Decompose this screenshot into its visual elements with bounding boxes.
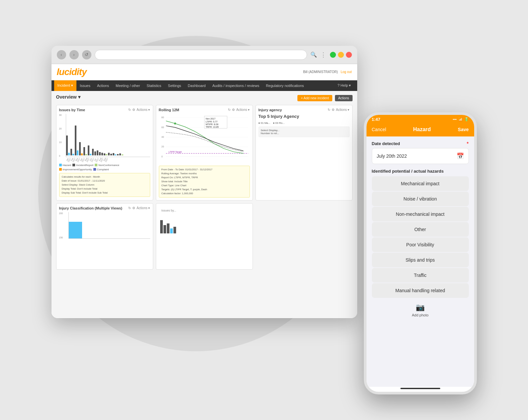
more-options-icon[interactable]: ⋮ [320, 51, 327, 58]
svg-text:LTIFR: 5.77: LTIFR: 5.77 [205, 121, 217, 123]
actions-injury-dropdown[interactable]: Actions ▾ [336, 108, 350, 112]
svg-text:40: 40 [161, 136, 164, 138]
widget-actions-injury: ↻ ⚙ Actions ▾ [328, 108, 350, 112]
issues-widget-title: Issues by Time [59, 108, 85, 112]
chart-legend: Hazard IncidentReport NonConformance Imp… [59, 164, 150, 171]
injury-info-box: Select Display... Number to ret... [259, 126, 350, 137]
nav-settings[interactable]: Settings [164, 80, 184, 91]
refresh-class-icon[interactable]: ↻ [128, 206, 131, 210]
info-total: Display Total: Don't include Total [62, 187, 148, 191]
hazard-list: Mechanical impact Noise / vibration Non-… [367, 176, 474, 298]
nav-incident[interactable]: Incident ▾ [54, 80, 77, 91]
save-button[interactable]: Save [458, 127, 469, 132]
nav-issues[interactable]: Issues [76, 80, 94, 91]
actions-class-dropdown[interactable]: Actions ▾ [137, 206, 150, 210]
gear-rolling-icon[interactable]: ⚙ [232, 108, 235, 112]
svg-text:Nov 2017: Nov 2017 [205, 118, 215, 120]
refresh-injury-icon[interactable]: ↻ [328, 108, 330, 112]
date-field[interactable]: July 20th 2022 📅 [372, 148, 469, 164]
nav-audits[interactable]: Audits / inspections / reviews [209, 80, 263, 91]
line-chart-svg: 80 60 40 20 0 [159, 114, 250, 164]
url-bar[interactable] [95, 50, 307, 60]
injury-legend: ● 01 Ma... ● 03 Ro... [259, 122, 350, 125]
widget-actions-classification: ↻ ⚙ Actions ▾ [128, 206, 150, 210]
info-from-date: From Date - To Date: 01/01/2017 - 31/12/… [161, 168, 247, 172]
page-title: Overview ▾ [56, 94, 80, 100]
logout-link[interactable]: Log out [341, 70, 352, 74]
info-chart-type: Chart Type: Line Chart [161, 184, 247, 188]
issues-extra-text: Issues by... [159, 206, 250, 215]
forward-button[interactable]: › [69, 50, 79, 59]
wifi-icon: 📶 [458, 117, 463, 122]
info-rolling-avg: Rolling Average: Twelve months [161, 172, 247, 176]
info-calc-factor: Calculation factor: 1,000,000 [161, 192, 247, 196]
info-display: Select Display: Stack Column [62, 183, 148, 187]
hazard-non-mechanical[interactable]: Non-mechanical impact [372, 207, 469, 221]
svg-text:60: 60 [161, 126, 164, 128]
search-icon: 🔍 [310, 51, 317, 58]
widget-header-issues: Issues by Time ↻ ⚙ Actions ▾ [59, 108, 150, 112]
hazard-traffic[interactable]: Traffic [372, 268, 469, 283]
issues-by-time-widget: Issues by Time ↻ ⚙ Actions ▾ 30 20 [56, 105, 153, 201]
gear-injury-icon[interactable]: ⚙ [332, 108, 335, 112]
actions-button[interactable]: Actions [335, 95, 353, 101]
hazard-noise-vibration[interactable]: Noise / vibration [372, 192, 469, 206]
actions-dropdown[interactable]: Actions ▾ [137, 108, 150, 112]
widget-header-rolling: Rolling 12M ↻ ⚙ Actions ▾ [159, 108, 250, 112]
date-section-label: Date detected [367, 136, 474, 148]
hazards-section-label: Identified potential / actual hazards [367, 164, 474, 176]
actions-rolling-dropdown[interactable]: Actions ▾ [236, 108, 250, 112]
legend-complaint: Complaint [97, 168, 109, 171]
hazard-mechanical-impact[interactable]: Mechanical impact [372, 176, 469, 191]
hazard-poor-visibility[interactable]: Poor Visibility [372, 237, 469, 252]
cancel-button[interactable]: Cancel [372, 127, 386, 132]
traffic-lights [330, 52, 352, 58]
svg-text:LTIFR Target: LTIFR Target [168, 151, 181, 153]
hazard-other[interactable]: Other [372, 222, 469, 237]
nav-help[interactable]: ? Help ▾ [334, 80, 355, 91]
legend-incident: IncidentReport [76, 164, 93, 167]
browser-content: lucidity Bill (ADMINISTRATOR) Log out In… [52, 64, 357, 318]
home-indicator[interactable] [400, 388, 440, 389]
hazard-manual-handling[interactable]: Manual handling related [372, 283, 469, 298]
tl-green [330, 52, 336, 58]
desktop-browser: ‹ › ↺ 🔍 ⋮ lucidity Bill (ADMINISTRATOR) … [52, 46, 357, 318]
issues-extra-widget: Issues by... [156, 203, 253, 270]
widget-header-injury: Injury agency ↻ ⚙ Actions ▾ [259, 108, 350, 112]
add-incident-button[interactable]: + Add new incident [297, 95, 332, 101]
widget-actions-rolling: ↻ ⚙ Actions ▾ [228, 108, 250, 112]
classification-widget-title: Injury Classification (Multiple Views) [59, 206, 123, 210]
add-photo-label: Add photo [412, 313, 428, 317]
injury-agency-widget: Injury agency ↻ ⚙ Actions ▾ Top 5 Injury… [256, 105, 353, 201]
reload-button[interactable]: ↺ [82, 50, 91, 59]
svg-text:TRFR: 13.85: TRFR: 13.85 [205, 126, 218, 128]
gear-class-icon[interactable]: ⚙ [132, 206, 135, 210]
gear-icon[interactable]: ⚙ [132, 108, 135, 112]
info-calculates: Calculates results for each : Month [62, 175, 148, 179]
svg-text:MTIFR: 8.08: MTIFR: 8.08 [205, 123, 218, 125]
info-subtotal: Display Sub Total: Don't include Sub Tot… [62, 191, 148, 195]
nav-statistics[interactable]: Statistics [143, 80, 164, 91]
y-20: 20 [59, 127, 62, 130]
phone-body: Date detected * July 20th 2022 📅 Identif… [367, 136, 474, 387]
back-button[interactable]: ‹ [57, 50, 66, 59]
user-name: Bill (ADMINISTRATOR) [303, 70, 338, 74]
nav-dashboard[interactable]: Dashboard [184, 80, 209, 91]
calendar-icon[interactable]: 📅 [457, 152, 464, 160]
issues-extra-chart [159, 215, 250, 235]
nav-regulatory[interactable]: Regulatory notifications [263, 80, 307, 91]
app-header: lucidity Bill (ADMINISTRATOR) Log out [52, 64, 357, 80]
legend-improvement: ImprovementOpportunity [63, 168, 92, 171]
rolling-widget-title: Rolling 12M [159, 108, 179, 112]
hazard-slips-trips[interactable]: Slips and trips [372, 253, 469, 267]
refresh-rolling-icon[interactable]: ↻ [228, 108, 231, 112]
phone-status-bar: 1:47 ▪▪▪ 📶 🔋 [367, 115, 474, 124]
add-photo-section[interactable]: 📷 Add photo [367, 298, 474, 322]
rolling-info-box: From Date - To Date: 01/01/2017 - 31/12/… [159, 166, 250, 198]
svg-text:80: 80 [161, 116, 164, 119]
refresh-icon[interactable]: ↻ [128, 108, 131, 112]
nav-meeting[interactable]: Meeting / other [112, 80, 143, 91]
injury-classification-widget: Injury Classification (Multiple Views) ↻… [56, 203, 153, 270]
signal-icon: ▪▪▪ [453, 117, 457, 121]
nav-actions[interactable]: Actions [94, 80, 112, 91]
